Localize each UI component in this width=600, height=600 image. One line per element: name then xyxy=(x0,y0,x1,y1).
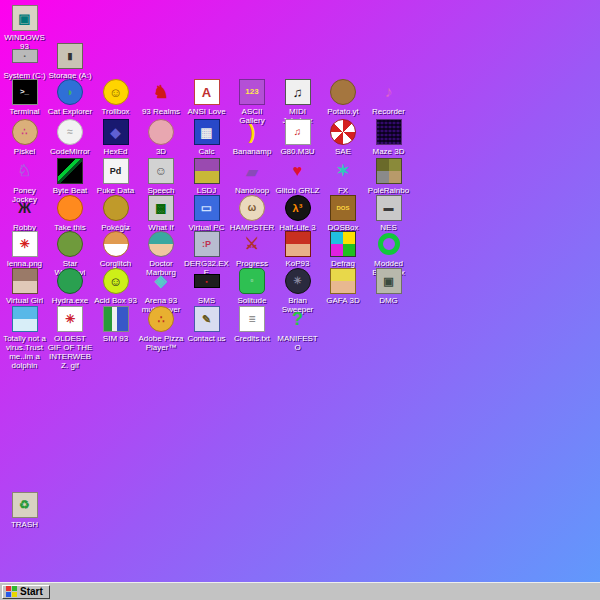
maze-texture-icon xyxy=(376,119,402,145)
desktop-icon-sms[interactable]: ▪ SMS xyxy=(184,268,229,305)
desktop-icon-fx[interactable]: ✶ FX xyxy=(321,158,366,195)
stick-figure-icon: Ж xyxy=(13,196,37,220)
desktop-icon-robby[interactable]: Ж Robby xyxy=(2,195,47,232)
logo-square-red xyxy=(6,586,11,591)
desktop-icon-byte-beat[interactable]: Byte Beat xyxy=(48,158,93,195)
book-icon xyxy=(103,306,129,332)
icon-label: Nanoloop xyxy=(235,186,269,195)
desktop-icon-credits-txt[interactable]: ≡ Credits.txt xyxy=(230,306,275,343)
desktop-icon-manifesto[interactable]: ? MANIFESTO xyxy=(275,306,320,352)
logo-square-green xyxy=(12,586,17,591)
desktop-icon-kop93[interactable]: KoP93 xyxy=(275,231,320,268)
icon-label: Trollbox xyxy=(101,107,129,116)
gif-file-icon: ✳ xyxy=(57,306,83,332)
icon-label: SAE xyxy=(335,147,351,156)
teapot-icon xyxy=(148,119,174,145)
desktop-icon-solitude[interactable]: ▫ Solitude xyxy=(230,268,275,305)
desktop-icon-lenna-png[interactable]: ✳ lenna.png xyxy=(2,231,47,268)
computer-icon: ▣ xyxy=(12,5,38,31)
desktop-icon-trash[interactable]: ♻ TRASH xyxy=(2,492,47,529)
question-mark-icon: ? xyxy=(286,307,310,331)
desktop-icon-codemirror[interactable]: ≈ CodeMirror xyxy=(48,119,93,156)
desktop-icon-maze-3d[interactable]: Maze 3D xyxy=(366,119,411,156)
desktop-icon-gafa-3d[interactable]: GAFA 3D xyxy=(321,268,366,305)
terminal-window-icon: ▩ xyxy=(148,195,174,221)
desktop-icon-bananamp[interactable]: ) Bananamp xyxy=(230,119,275,156)
3d-cube-icon: ◈ xyxy=(149,269,173,293)
icon-label: Totally not a virus.Trust me..im a dolph… xyxy=(2,334,47,370)
woman-face-icon xyxy=(12,268,38,294)
globe-cat-icon: ◗ xyxy=(57,79,83,105)
desktop-icon-cat-explorer[interactable]: ◗ Cat Explorer xyxy=(48,79,93,116)
desktop-icon-recorder[interactable]: ♪ Recorder xyxy=(366,79,411,116)
icon-label: Solitude xyxy=(238,296,267,305)
piano-keys-icon: ♫ xyxy=(285,79,311,105)
windows93-logo-icon xyxy=(6,586,17,597)
pd-flag-icon: Pd xyxy=(103,158,129,184)
icon-label: KoP93 xyxy=(285,259,309,268)
desktop-icon-what-if[interactable]: ▩ What If xyxy=(139,195,184,232)
desktop-icon-adobe-pizza-player[interactable]: ∴ Adobe Pizza Player™ xyxy=(139,306,184,352)
desktop-icon-3d[interactable]: 3D xyxy=(139,119,184,156)
pizza-icon: ∴ xyxy=(148,306,174,332)
desktop-icon-potato-yt[interactable]: Potato.yt xyxy=(321,79,366,116)
text-file-icon: ≡ xyxy=(239,306,265,332)
desktop-icon-sae[interactable]: SAE xyxy=(321,119,366,156)
desktop-icon-acid-box-93[interactable]: ☺ Acid Box 93 xyxy=(93,268,138,305)
desktop-icon-93-realms[interactable]: ♞ 93 Realms xyxy=(139,79,184,116)
microphone-icon: ♪ xyxy=(377,80,401,104)
start-button[interactable]: Start xyxy=(2,585,50,599)
green-ring-icon xyxy=(378,233,400,255)
desktop-icon-half-life-3[interactable]: λ³ Half-Life 3 xyxy=(275,195,320,232)
desktop-icon-storage-a[interactable]: ▮ Storage (A:) xyxy=(48,43,93,80)
fighter-face-icon xyxy=(285,231,311,257)
paint-palette-icon: ∴ xyxy=(12,119,38,145)
crossed-swords-icon: ⚔ xyxy=(240,232,264,256)
desktop-icon-virtual-pc[interactable]: ▭ Virtual PC xyxy=(184,195,229,232)
desktop-icon-trollbox[interactable]: ☺ Trollbox xyxy=(93,79,138,116)
desktop-icon-hexed[interactable]: ◆ HexEd xyxy=(93,119,138,156)
desktop-icon-sim-93[interactable]: SIM 93 xyxy=(93,306,138,343)
desktop-icon-nanoloop[interactable]: ▰ Nanoloop xyxy=(230,158,275,195)
icon-label: Adobe Pizza Player™ xyxy=(139,334,184,352)
desktop-icon-take-this[interactable]: Take this xyxy=(48,195,93,232)
desktop-icon-oldest-gif[interactable]: ✳ OLDEST GIF OF THE INTERWEBZ. gif xyxy=(48,306,93,370)
icon-label: 93 Realms xyxy=(142,107,180,116)
banana-icon: ) xyxy=(240,120,264,144)
desktop-icon-contact-us[interactable]: ✎ Contact us xyxy=(184,306,229,343)
desktop-icon-ansi-love[interactable]: A ANSI Love xyxy=(184,79,229,116)
desktop-icon-poke-glitch[interactable]: Pokéǧĺƶ xyxy=(93,195,138,232)
desktop-icon-terminal[interactable]: >_ Terminal xyxy=(2,79,47,116)
desktop-icon-hampster[interactable]: ω HAMPSTER xyxy=(230,195,275,232)
desktop-icon-g80-m3u[interactable]: ♫ G80.M3U xyxy=(275,119,320,156)
desktop-icon-totally-not-a-virus[interactable]: Totally not a virus.Trust me..im a dolph… xyxy=(2,306,47,370)
pony-sprites-icon xyxy=(376,158,402,184)
desktop-icon-defrag[interactable]: Defrag xyxy=(321,231,366,268)
desktop-icon-dosbox[interactable]: DOS DOSBox xyxy=(321,195,366,232)
pony-icon: ♘ xyxy=(13,159,37,183)
gameboy-tracker-icon xyxy=(194,158,220,184)
desktop-icon-dmg[interactable]: ▣ DMG xyxy=(366,268,411,305)
desktop-icon-speech[interactable]: ☺ Speech xyxy=(139,158,184,195)
taskbar: Start xyxy=(0,582,600,600)
corgi-face-icon xyxy=(103,231,129,257)
green-dragon-icon xyxy=(57,268,83,294)
icon-label: ANSI Love xyxy=(187,107,225,116)
icon-label: Contact us xyxy=(187,334,225,343)
icon-label: Defrag xyxy=(331,259,355,268)
desktop-icon-system-c[interactable]: ▪ System (C:) xyxy=(2,43,47,80)
desktop-icon-glitch-grlz[interactable]: ♥ Glitch GRLZ xyxy=(275,158,320,195)
desktop-icon-lsdj[interactable]: LSDJ xyxy=(184,158,229,195)
monitor-face-icon: :P xyxy=(194,231,220,257)
desktop-icon-piskel[interactable]: ∴ Piskel xyxy=(2,119,47,156)
icon-label: 3D xyxy=(156,147,166,156)
desktop-icon-nes[interactable]: ▬ NES xyxy=(366,195,411,232)
desktop-icon-calc[interactable]: ▦ Calc xyxy=(184,119,229,156)
desktop-icon-puke-data[interactable]: Pd Puke Data xyxy=(93,158,138,195)
icon-label: TRASH xyxy=(11,520,38,529)
desktop-icon-hydra-exe[interactable]: Hydra.exe xyxy=(48,268,93,305)
icon-label: Calc xyxy=(198,147,214,156)
desktop-icon-virtual-girl[interactable]: Virtual Girl xyxy=(2,268,47,305)
desktop-icon-corglitch[interactable]: Corglitch xyxy=(93,231,138,268)
robot-face-icon: ☺ xyxy=(148,158,174,184)
